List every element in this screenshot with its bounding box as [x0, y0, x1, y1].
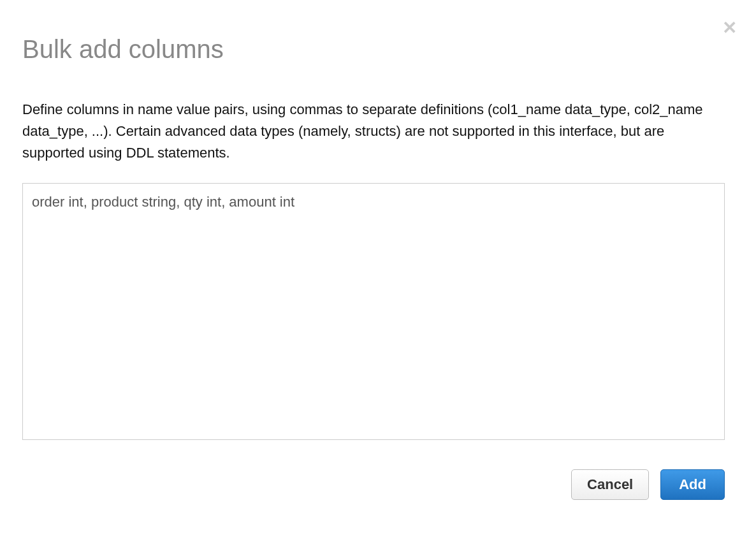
- modal-title: Bulk add columns: [22, 35, 734, 64]
- cancel-button[interactable]: Cancel: [571, 469, 649, 500]
- add-button[interactable]: Add: [660, 469, 725, 500]
- modal-description: Define columns in name value pairs, usin…: [22, 99, 723, 164]
- bulk-add-columns-modal: ✕ Bulk add columns Define columns in nam…: [0, 0, 756, 522]
- button-row: Cancel Add: [22, 469, 725, 500]
- close-icon[interactable]: ✕: [722, 19, 737, 37]
- textarea-wrapper: [22, 183, 725, 443]
- columns-input[interactable]: [22, 183, 725, 440]
